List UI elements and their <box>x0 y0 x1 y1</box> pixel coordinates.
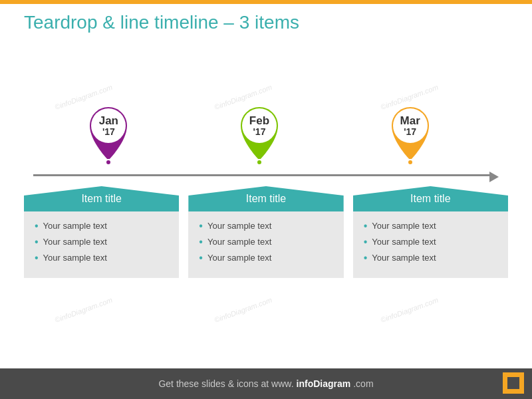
pin-feb: Feb'17 <box>235 103 283 163</box>
cards-container: Item titleYour sample textYour sample te… <box>24 186 508 278</box>
top-accent-bar <box>0 0 532 4</box>
card-1-item-3: Your sample text <box>35 253 168 263</box>
card-2: Item titleYour sample textYour sample te… <box>188 186 343 278</box>
pin-dot-jan <box>105 159 112 166</box>
card-body-2: Your sample textYour sample textYour sam… <box>188 211 343 278</box>
footer-bar: Get these slides & icons at www. infoDia… <box>0 368 532 399</box>
pin-year-jan: '17 <box>102 127 115 136</box>
pin-month-feb: Feb <box>249 115 269 128</box>
pin-inner-feb: Feb'17 <box>242 108 277 143</box>
footer-text-end: .com <box>353 378 373 389</box>
watermark: ©infoDiagram.com <box>54 296 114 324</box>
footer-text-bold: infoDiagram <box>297 378 351 389</box>
card-3-item-1: Your sample text <box>364 221 497 231</box>
teardrop-shape-mar: Mar'17 <box>386 103 434 163</box>
footer-logo-box <box>503 372 524 394</box>
pin-inner-mar: Mar'17 <box>393 108 428 143</box>
watermark: ©infoDiagram.com <box>380 296 440 324</box>
card-2-item-2: Your sample text <box>199 237 332 247</box>
pin-dot-feb <box>256 159 263 166</box>
watermark: ©infoDiagram.com <box>213 296 273 324</box>
page-title: Teardrop & line timeline – 3 items <box>24 12 299 33</box>
card-3-item-3: Your sample text <box>364 253 497 263</box>
card-3-item-2: Your sample text <box>364 237 497 247</box>
pin-month-jan: Jan <box>99 115 118 128</box>
pin-inner-jan: Jan'17 <box>91 108 126 143</box>
card-header-1: Item title <box>24 186 179 211</box>
card-body-1: Your sample textYour sample textYour sam… <box>24 211 179 278</box>
card-1-item-2: Your sample text <box>35 237 168 247</box>
pin-jan: Jan'17 <box>84 103 132 163</box>
pin-year-feb: '17 <box>253 127 266 136</box>
card-body-3: Your sample textYour sample textYour sam… <box>353 211 508 278</box>
card-1: Item titleYour sample textYour sample te… <box>24 186 179 278</box>
card-1-item-1: Your sample text <box>35 221 168 231</box>
card-3: Item titleYour sample textYour sample te… <box>353 186 508 278</box>
card-header-2: Item title <box>188 186 343 211</box>
pins-container: Jan'17 Feb'17 Mar'17 <box>33 103 485 163</box>
pin-dot-mar <box>407 159 414 166</box>
pin-month-mar: Mar <box>400 115 420 128</box>
timeline-line <box>33 174 492 176</box>
footer-text-start: Get these slides & icons at www. <box>158 378 293 389</box>
footer-logo-inner <box>507 377 519 389</box>
card-2-item-3: Your sample text <box>199 253 332 263</box>
teardrop-shape-jan: Jan'17 <box>84 103 132 163</box>
pin-year-mar: '17 <box>404 127 416 136</box>
card-2-item-1: Your sample text <box>199 221 332 231</box>
teardrop-shape-feb: Feb'17 <box>235 103 283 163</box>
timeline-arrow <box>489 172 499 182</box>
pin-mar: Mar'17 <box>386 103 434 163</box>
card-header-3: Item title <box>353 186 508 211</box>
